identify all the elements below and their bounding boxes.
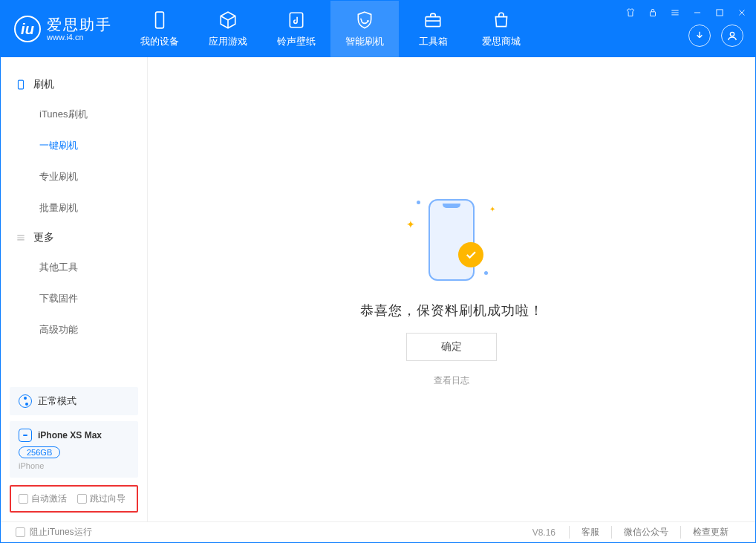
menu-icon[interactable] bbox=[669, 7, 681, 19]
section-title: 更多 bbox=[33, 231, 54, 244]
shopping-bag-icon bbox=[491, 10, 512, 30]
options-highlight-box: 自动激活 跳过向导 bbox=[10, 485, 138, 513]
svg-rect-1 bbox=[290, 13, 302, 27]
device-name: iPhone XS Max bbox=[38, 430, 102, 440]
minimize-icon[interactable] bbox=[691, 7, 703, 19]
checkbox-auto-activate[interactable]: 自动激活 bbox=[19, 492, 67, 505]
sidebar-section-more: 更多 bbox=[1, 224, 147, 252]
logo-icon: iu bbox=[14, 16, 41, 42]
sidebar-section-flash: 刷机 bbox=[1, 71, 147, 99]
music-note-icon bbox=[286, 10, 307, 30]
list-icon bbox=[16, 233, 26, 243]
sidebar-item-download-firmware[interactable]: 下载固件 bbox=[1, 283, 147, 314]
nav-label: 爱思商城 bbox=[482, 35, 521, 48]
sparkle-icon: ✦ bbox=[489, 205, 495, 213]
sidebar-item-oneclick-flash[interactable]: 一键刷机 bbox=[1, 130, 147, 161]
sidebar-item-advanced[interactable]: 高级功能 bbox=[1, 314, 147, 345]
success-illustration: ✦ ✦ bbox=[403, 192, 500, 288]
nav-label: 铃声壁纸 bbox=[277, 35, 316, 48]
check-badge-icon bbox=[458, 242, 483, 267]
storage-badge: 256GB bbox=[19, 446, 60, 458]
svg-rect-6 bbox=[19, 80, 24, 89]
nav-label: 应用游戏 bbox=[209, 35, 247, 48]
device-icon bbox=[16, 79, 26, 90]
footer-link-support[interactable]: 客服 bbox=[569, 526, 611, 539]
refresh-shield-icon bbox=[354, 10, 375, 30]
device-type: iPhone bbox=[19, 461, 129, 470]
nav-ringtone-wallpaper[interactable]: 铃声壁纸 bbox=[262, 1, 330, 57]
shirt-icon[interactable] bbox=[625, 7, 636, 19]
mode-label: 正常模式 bbox=[38, 394, 76, 408]
header-action-icons bbox=[688, 25, 743, 47]
footer: 阻止iTunes运行 V8.16 客服 微信公众号 检查更新 bbox=[1, 521, 755, 542]
sidebar-item-itunes-flash[interactable]: iTunes刷机 bbox=[1, 99, 147, 130]
svg-rect-2 bbox=[426, 17, 440, 27]
logo-area: iu 爱思助手 www.i4.cn bbox=[1, 16, 126, 42]
app-header: iu 爱思助手 www.i4.cn 我的设备 应用游戏 铃声壁纸 智能刷机 工具… bbox=[1, 1, 755, 57]
sidebar: 刷机 iTunes刷机 一键刷机 专业刷机 批量刷机 更多 其他工具 下载固件 … bbox=[1, 57, 148, 521]
phone-outline-icon bbox=[428, 199, 475, 281]
checkbox-icon bbox=[19, 494, 28, 504]
footer-link-update[interactable]: 检查更新 bbox=[680, 526, 740, 539]
nav-label: 智能刷机 bbox=[345, 35, 384, 48]
maximize-icon[interactable] bbox=[714, 7, 726, 19]
mode-indicator[interactable]: 正常模式 bbox=[10, 387, 138, 415]
footer-link-wechat[interactable]: 微信公众号 bbox=[611, 526, 680, 539]
checkbox-icon bbox=[16, 527, 25, 537]
success-message: 恭喜您，保资料刷机成功啦！ bbox=[360, 302, 544, 319]
nav-toolbox[interactable]: 工具箱 bbox=[399, 1, 467, 57]
svg-point-5 bbox=[730, 32, 734, 36]
version-label: V8.16 bbox=[532, 527, 555, 538]
device-icon bbox=[19, 429, 32, 442]
nav-apps-games[interactable]: 应用游戏 bbox=[194, 1, 262, 57]
nav-label: 工具箱 bbox=[419, 35, 448, 48]
nav-label: 我的设备 bbox=[140, 35, 179, 48]
app-subtitle: www.i4.cn bbox=[47, 33, 112, 42]
nav-smart-flash[interactable]: 智能刷机 bbox=[330, 1, 399, 57]
download-button[interactable] bbox=[688, 25, 711, 47]
view-log-link[interactable]: 查看日志 bbox=[434, 374, 469, 387]
sidebar-item-batch-flash[interactable]: 批量刷机 bbox=[1, 192, 147, 224]
app-title: 爱思助手 bbox=[47, 16, 112, 33]
close-icon[interactable] bbox=[736, 7, 748, 19]
sidebar-item-pro-flash[interactable]: 专业刷机 bbox=[1, 161, 147, 192]
confirm-button[interactable]: 确定 bbox=[406, 333, 497, 361]
sparkle-icon: ✦ bbox=[406, 218, 415, 230]
nav-store[interactable]: 爱思商城 bbox=[467, 1, 535, 57]
mode-icon bbox=[19, 394, 32, 408]
svg-rect-0 bbox=[156, 12, 164, 28]
checkbox-label: 跳过向导 bbox=[90, 492, 126, 505]
checkbox-label: 自动激活 bbox=[31, 492, 67, 505]
cube-icon bbox=[218, 10, 238, 30]
section-title: 刷机 bbox=[33, 78, 54, 91]
checkbox-icon bbox=[77, 494, 87, 504]
phone-icon bbox=[149, 10, 170, 30]
user-button[interactable] bbox=[721, 25, 743, 47]
briefcase-icon bbox=[423, 10, 443, 30]
checkbox-label: 阻止iTunes运行 bbox=[30, 526, 92, 539]
checkbox-skip-guide[interactable]: 跳过向导 bbox=[77, 492, 126, 505]
main-content: ✦ ✦ 恭喜您，保资料刷机成功啦！ 确定 查看日志 bbox=[148, 57, 755, 521]
lock-icon[interactable] bbox=[647, 7, 659, 19]
device-card[interactable]: iPhone XS Max 256GB iPhone bbox=[10, 421, 138, 478]
sidebar-item-other-tools[interactable]: 其他工具 bbox=[1, 252, 147, 283]
top-nav: 我的设备 应用游戏 铃声壁纸 智能刷机 工具箱 爱思商城 bbox=[126, 1, 535, 57]
svg-rect-3 bbox=[651, 12, 656, 16]
svg-rect-4 bbox=[717, 10, 723, 16]
nav-my-device[interactable]: 我的设备 bbox=[126, 1, 194, 57]
window-controls bbox=[625, 7, 748, 19]
checkbox-block-itunes[interactable]: 阻止iTunes运行 bbox=[16, 526, 92, 539]
